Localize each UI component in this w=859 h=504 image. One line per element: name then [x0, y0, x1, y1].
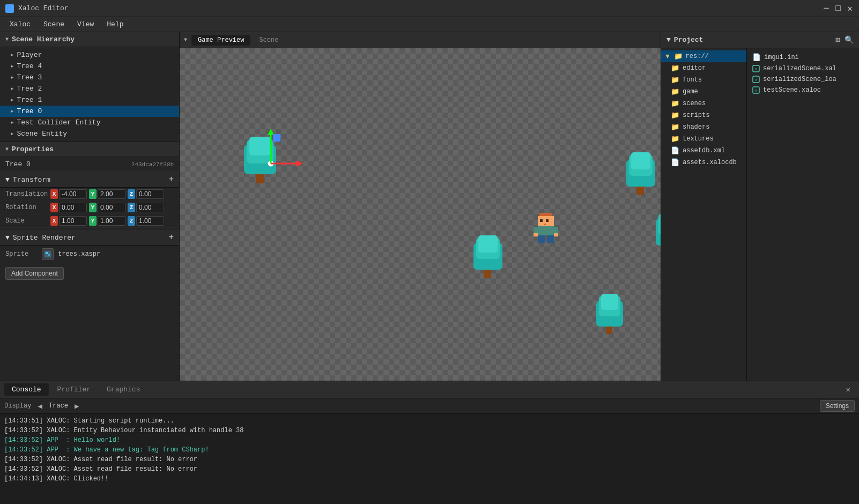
- project-content: ▼ 📁 res:// 📁 editor 📁 fonts 📁 game: [661, 48, 859, 381]
- menu-help[interactable]: Help: [101, 19, 129, 30]
- viewport-tabs: ▼ Game Preview Scene: [180, 32, 661, 48]
- folder-game-icon: 📁: [671, 87, 679, 96]
- tab-game-preview[interactable]: Game Preview: [191, 35, 250, 46]
- project-tree-item-editor[interactable]: 📁 editor: [661, 62, 746, 74]
- scale-x-input[interactable]: [59, 216, 87, 226]
- hierarchy-item-tree2[interactable]: ▶ Tree 2: [0, 83, 179, 94]
- file-item-imgui[interactable]: 📄 imgui.ini: [750, 51, 856, 63]
- right-panel: ▼ Project ⊞ 🔍 ▼ 📁 res:// 📁 editor: [661, 32, 859, 381]
- project-tree-item-textures[interactable]: 📁 textures: [661, 133, 746, 145]
- tree-leftmid-sprite: [469, 233, 507, 281]
- folder-textures-icon: 📁: [671, 135, 679, 143]
- project-tree-label-res: res://: [686, 53, 709, 60]
- properties-title: Properties: [12, 145, 54, 153]
- rotation-xyz: X Y Z: [50, 203, 174, 212]
- viewport-triangle: ▼: [184, 37, 187, 43]
- scale-z-input[interactable]: [136, 216, 164, 226]
- file-item-testscene[interactable]: X testScene.xaloc: [750, 85, 856, 95]
- hierarchy-label-tree1: Tree 1: [17, 96, 42, 104]
- scene-hierarchy-header: ▼ Scene Hierarchy: [0, 32, 179, 47]
- project-tree-item-fonts[interactable]: 📁 fonts: [661, 74, 746, 86]
- transform-header[interactable]: ▼ Transform +: [0, 172, 179, 188]
- tab-graphics[interactable]: Graphics: [99, 383, 147, 396]
- tri-tree4: ▶: [11, 63, 13, 69]
- project-tree-item-assetdb[interactable]: 📄 assetdb.xml: [661, 145, 746, 157]
- console-settings-button[interactable]: Settings: [820, 400, 855, 412]
- sprite-row: Sprite trees.xaspr: [0, 246, 179, 263]
- svg-rect-24: [478, 235, 498, 253]
- scale-row: Scale X Y Z: [0, 214, 179, 228]
- svg-rect-36: [554, 227, 558, 233]
- sprite-renderer-header[interactable]: ▼ Sprite Renderer +: [0, 230, 179, 246]
- scale-y-input[interactable]: [98, 216, 125, 226]
- project-tree-label-xalocdb: assets.xalocdb: [683, 159, 737, 166]
- tab-console[interactable]: Console: [4, 383, 49, 396]
- filter-value: Trace: [49, 402, 68, 410]
- game-viewport[interactable]: [180, 48, 661, 381]
- svg-text:X: X: [755, 78, 757, 82]
- rotation-x-input[interactable]: [59, 203, 87, 212]
- menu-view[interactable]: View: [72, 19, 99, 30]
- project-grid-icon[interactable]: ⊞: [836, 35, 840, 45]
- hierarchy-label-player: Player: [17, 51, 42, 59]
- file-item-serialized2[interactable]: X serializedScene_loa: [750, 74, 856, 85]
- entity-id: 243dca27f30b: [131, 161, 174, 168]
- filter-next-button[interactable]: ▶: [72, 401, 81, 411]
- rotation-z-label: Z: [128, 203, 135, 212]
- project-header: ▼ Project ⊞ 🔍: [661, 32, 859, 48]
- translation-x-input[interactable]: [59, 189, 87, 199]
- tab-profiler[interactable]: Profiler: [50, 383, 98, 396]
- project-title: Project: [674, 36, 704, 44]
- svg-rect-33: [544, 224, 546, 225]
- project-tree-item-xalocdb[interactable]: 📄 assets.xalocdb: [661, 157, 746, 168]
- rotation-x-field: X: [50, 203, 87, 212]
- project-tree-item-res[interactable]: ▼ 📁 res://: [661, 50, 746, 62]
- svg-rect-28: [601, 294, 618, 310]
- project-tree-item-shaders[interactable]: 📁 shaders: [661, 121, 746, 133]
- maximize-button[interactable]: □: [834, 5, 842, 12]
- tab-scene[interactable]: Scene: [253, 35, 285, 46]
- folder-scripts-icon: 📁: [671, 111, 679, 120]
- file-item-serialized1[interactable]: X serializedScene.xal: [750, 63, 856, 74]
- tri-tree0: ▶: [11, 108, 13, 114]
- project-tree-item-scripts[interactable]: 📁 scripts: [661, 109, 746, 121]
- translation-y-input[interactable]: [98, 189, 125, 199]
- rotation-x-label: X: [50, 203, 58, 212]
- properties-panel: ▼ Properties Tree 0 243dca27f30b ▼ Trans…: [0, 142, 179, 381]
- menu-xaloc[interactable]: Xaloc: [4, 19, 36, 30]
- hierarchy-item-scene-entity[interactable]: ▶ Scene Entity: [0, 128, 179, 139]
- sprite-renderer-plus[interactable]: +: [168, 233, 174, 242]
- hierarchy-label-tree0: Tree 0: [17, 107, 42, 115]
- project-tree-item-scenes[interactable]: 📁 scenes: [661, 98, 746, 109]
- scale-z-field: Z: [128, 216, 164, 226]
- sprite-label: Sprite: [5, 250, 38, 258]
- bottom-close-button[interactable]: ✕: [842, 383, 855, 396]
- scale-label: Scale: [5, 217, 48, 225]
- tree-topright-sprite: [622, 150, 660, 198]
- rotation-z-input[interactable]: [136, 203, 164, 212]
- filter-prev-button[interactable]: ◀: [35, 401, 44, 411]
- hierarchy-item-collider[interactable]: ▶ Test Collider Entity: [0, 117, 179, 128]
- hierarchy-item-player[interactable]: ▶ Player: [0, 49, 179, 61]
- properties-triangle: ▼: [5, 146, 9, 152]
- tree-rightmid-sprite: [651, 209, 661, 257]
- svg-rect-19: [658, 213, 661, 235]
- translation-row: Translation X Y Z: [0, 188, 179, 201]
- rotation-y-input[interactable]: [98, 203, 125, 212]
- hierarchy-item-tree0[interactable]: ▶ Tree 0: [0, 106, 179, 117]
- translation-z-input[interactable]: [136, 189, 164, 199]
- log-line-5: [14:33:52] XALOC: Asset read file result…: [4, 464, 855, 474]
- add-component-button[interactable]: Add Component: [5, 267, 64, 280]
- project-search-icon[interactable]: 🔍: [845, 35, 854, 45]
- transform-plus[interactable]: +: [168, 175, 174, 184]
- close-button[interactable]: ✕: [846, 5, 854, 12]
- file-xalocdb-icon: 📄: [671, 158, 679, 167]
- hierarchy-item-tree3[interactable]: ▶ Tree 3: [0, 72, 179, 83]
- hierarchy-item-tree1[interactable]: ▶ Tree 1: [0, 94, 179, 106]
- minimize-button[interactable]: ─: [823, 5, 830, 12]
- project-tree-item-game[interactable]: 📁 game: [661, 86, 746, 98]
- transform-title: Transform: [13, 176, 50, 184]
- menu-scene[interactable]: Scene: [38, 19, 70, 30]
- hierarchy-item-tree4[interactable]: ▶ Tree 4: [0, 61, 179, 72]
- svg-text:X: X: [755, 68, 757, 71]
